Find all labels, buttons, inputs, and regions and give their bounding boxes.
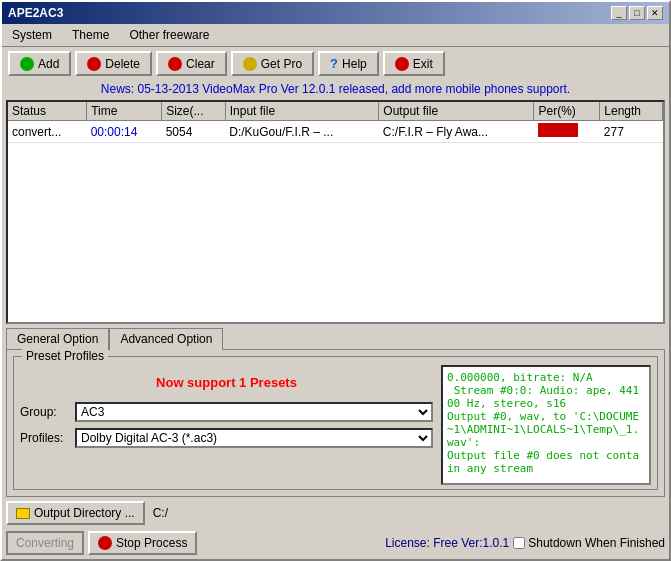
output-directory-label: Output Directory ...: [34, 506, 135, 520]
add-icon: [20, 57, 34, 71]
file-table-area: Status Time Size(... Input file Output f…: [6, 100, 665, 324]
main-window: APE2AC3 _ □ ✕ System Theme Other freewar…: [0, 0, 671, 561]
group-select[interactable]: AC3: [75, 402, 433, 422]
row-time: 00:00:14: [87, 121, 162, 143]
col-per: Per(%): [534, 102, 600, 121]
stop-process-button[interactable]: Stop Process: [88, 531, 197, 555]
get-pro-button[interactable]: Get Pro: [231, 51, 314, 76]
window-title: APE2AC3: [8, 6, 63, 20]
converting-label: Converting: [16, 536, 74, 550]
exit-button[interactable]: Exit: [383, 51, 445, 76]
clear-label: Clear: [186, 57, 215, 71]
folder-icon: [16, 508, 30, 519]
help-icon: ?: [330, 56, 338, 71]
shutdown-label: Shutdown When Finished: [513, 536, 665, 550]
table-row: convert... 00:00:14 5054 D:/KuGou/F.I.R …: [8, 121, 663, 143]
col-input: Input file: [225, 102, 379, 121]
table-scroll[interactable]: Status Time Size(... Input file Output f…: [8, 102, 663, 322]
tab-advanced-option[interactable]: Advanced Option: [109, 328, 223, 350]
progress-bar: [538, 123, 578, 137]
row-output: C:/F.I.R – Fly Awa...: [379, 121, 534, 143]
minimize-button[interactable]: _: [611, 6, 627, 20]
tabs: General Option Advanced Option: [2, 324, 669, 349]
group-row: Group: AC3: [20, 402, 433, 422]
get-pro-icon: [243, 57, 257, 71]
add-button[interactable]: Add: [8, 51, 71, 76]
news-text: News: 05-13-2013 VideoMax Pro Ver 12.0.1…: [101, 82, 570, 96]
close-button[interactable]: ✕: [647, 6, 663, 20]
clear-icon: [168, 57, 182, 71]
menu-other-freeware[interactable]: Other freeware: [123, 26, 215, 44]
row-length: 277: [600, 121, 663, 143]
preset-profiles-group: Preset Profiles Now support 1 Presets Gr…: [13, 356, 658, 490]
delete-button[interactable]: Delete: [75, 51, 152, 76]
now-support-text: Now support 1 Presets: [20, 375, 433, 390]
bottom-panel: General Option Advanced Option Preset Pr…: [2, 324, 669, 559]
menu-theme[interactable]: Theme: [66, 26, 115, 44]
profiles-row: Profiles: Dolby Digital AC-3 (*.ac3): [20, 428, 433, 448]
row-per: [534, 121, 600, 143]
row-input: D:/KuGou/F.I.R – ...: [225, 121, 379, 143]
preset-inner: Now support 1 Presets Group: AC3 Profile…: [20, 365, 651, 485]
profiles-label: Profiles:: [20, 431, 75, 445]
col-status: Status: [8, 102, 87, 121]
output-row: Output Directory ... C:/: [2, 497, 669, 529]
stop-icon: [98, 536, 112, 550]
col-size: Size(...: [162, 102, 226, 121]
clear-button[interactable]: Clear: [156, 51, 227, 76]
group-box-title: Preset Profiles: [22, 349, 108, 363]
help-button[interactable]: ? Help: [318, 51, 379, 76]
log-text: 0.000000, bitrate: N/A Stream #0:0: Audi…: [447, 371, 645, 475]
shutdown-checkbox[interactable]: [513, 537, 525, 549]
tab-content: Preset Profiles Now support 1 Presets Gr…: [6, 349, 665, 497]
file-table: Status Time Size(... Input file Output f…: [8, 102, 663, 143]
news-bar: News: 05-13-2013 VideoMax Pro Ver 12.0.1…: [2, 80, 669, 100]
output-directory-button[interactable]: Output Directory ...: [6, 501, 145, 525]
col-length: Length: [600, 102, 663, 121]
license-text: License: Free Ver:1.0.1: [201, 536, 509, 550]
col-output: Output file: [379, 102, 534, 121]
toolbar: Add Delete Clear Get Pro ? Help Exit: [2, 47, 669, 80]
delete-label: Delete: [105, 57, 140, 71]
action-row: Converting Stop Process License: Free Ve…: [2, 529, 669, 559]
get-pro-label: Get Pro: [261, 57, 302, 71]
delete-icon: [87, 57, 101, 71]
converting-button: Converting: [6, 531, 84, 555]
stop-label: Stop Process: [116, 536, 187, 550]
title-buttons: _ □ ✕: [611, 6, 663, 20]
maximize-button[interactable]: □: [629, 6, 645, 20]
exit-icon: [395, 57, 409, 71]
add-label: Add: [38, 57, 59, 71]
output-path: C:/: [149, 504, 172, 522]
menu-bar: System Theme Other freeware: [2, 24, 669, 47]
exit-label: Exit: [413, 57, 433, 71]
profiles-select[interactable]: Dolby Digital AC-3 (*.ac3): [75, 428, 433, 448]
title-bar: APE2AC3 _ □ ✕: [2, 2, 669, 24]
row-size: 5054: [162, 121, 226, 143]
menu-system[interactable]: System: [6, 26, 58, 44]
tab-general-option[interactable]: General Option: [6, 328, 109, 349]
help-label: Help: [342, 57, 367, 71]
preset-left: Now support 1 Presets Group: AC3 Profile…: [20, 365, 433, 485]
col-time: Time: [87, 102, 162, 121]
log-area: 0.000000, bitrate: N/A Stream #0:0: Audi…: [441, 365, 651, 485]
group-label: Group:: [20, 405, 75, 419]
row-status: convert...: [8, 121, 87, 143]
shutdown-text: Shutdown When Finished: [528, 536, 665, 550]
